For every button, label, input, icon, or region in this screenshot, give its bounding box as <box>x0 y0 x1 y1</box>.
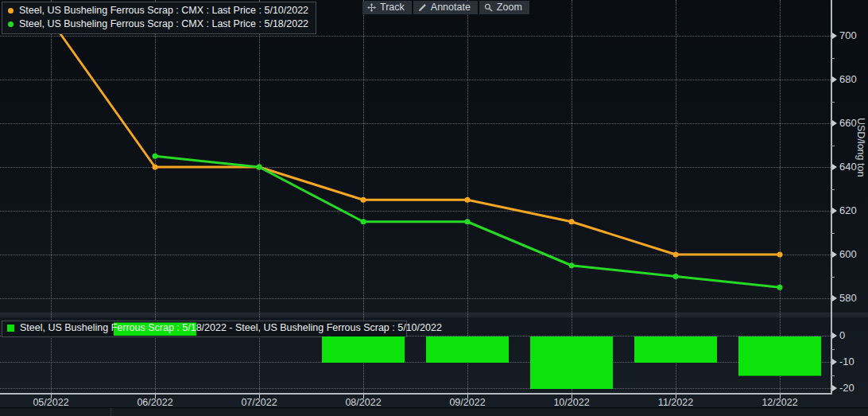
x-tick-label: 12/2022 <box>761 397 797 408</box>
y-minor-tick <box>831 277 835 278</box>
annotate-pencil-icon <box>418 3 427 12</box>
x-tick-label: 11/2022 <box>658 397 693 408</box>
y-tick-label: 640 <box>839 161 857 173</box>
y-tick-label: 0 <box>839 329 845 341</box>
x-axis-line <box>0 393 832 395</box>
track-button[interactable]: Track <box>362 1 412 14</box>
zoom-button[interactable]: Zoom <box>479 1 529 14</box>
h-gridline <box>0 123 831 124</box>
y-minor-tick <box>831 233 835 234</box>
x-tick-label: 06/2022 <box>137 397 172 408</box>
legend-item-label: Steel, US Busheling Ferrous Scrap : CMX … <box>19 4 308 17</box>
legend-bottom-item[interactable]: Steel, US Busheling Ferrous Scrap : 5/18… <box>7 322 442 333</box>
y-tick-arrow-icon <box>832 120 837 126</box>
chart-window: USD/long ton 7006806606406206005800-10-2… <box>0 0 868 416</box>
h-gridline <box>0 36 831 37</box>
y-tick-label: 580 <box>839 292 857 304</box>
y-tick-arrow-icon <box>832 33 837 39</box>
y-tick-label: 700 <box>839 29 857 41</box>
y-axis-unit-label: USD/long ton <box>855 118 866 177</box>
y-tick-arrow-icon <box>832 295 837 301</box>
y-tick-label: 660 <box>839 117 857 129</box>
legend-top-box: Steel, US Busheling Ferrous Scrap : CMX … <box>2 2 316 34</box>
chart-toolbar: Track Annotate Zoom <box>362 1 529 14</box>
y-tick-label: 620 <box>839 204 857 216</box>
y-tick-arrow-icon <box>832 359 837 365</box>
y-tick-arrow-icon <box>832 208 837 214</box>
y-tick-arrow-icon <box>832 76 837 83</box>
x-tick-label: 05/2022 <box>33 397 68 408</box>
annotate-button-label: Annotate <box>431 2 471 13</box>
legend-item[interactable]: Steel, US Busheling Ferrous Scrap : CMX … <box>8 4 308 17</box>
legend-bottom-label: Steel, US Busheling Ferrous Scrap : 5/18… <box>20 322 442 333</box>
v-gridline <box>467 0 468 393</box>
y-minor-tick <box>831 375 835 376</box>
y-tick-label: -10 <box>839 356 854 367</box>
y-tick-arrow-icon <box>832 332 837 339</box>
legend-item[interactable]: Steel, US Busheling Ferrous Scrap : CMX … <box>8 17 308 31</box>
y-tick-label: 600 <box>839 248 857 260</box>
y-tick-arrow-icon <box>832 164 837 170</box>
y-tick-label: -20 <box>839 382 854 394</box>
v-gridline <box>780 0 781 393</box>
panel-splitter[interactable] <box>0 313 868 317</box>
h-gridline <box>0 211 831 212</box>
y-minor-tick <box>831 189 835 190</box>
x-tick-label: 09/2022 <box>449 397 485 408</box>
x-tick-label: 07/2022 <box>241 397 277 408</box>
h-gridline <box>0 167 831 168</box>
v-gridline <box>572 0 572 393</box>
x-tick-label: 10/2022 <box>553 397 589 408</box>
y-tick-label: 680 <box>839 73 857 85</box>
h-gridline <box>0 388 831 389</box>
status-bar-divider <box>110 408 111 416</box>
y-minor-tick <box>831 349 835 350</box>
track-move-icon <box>367 3 376 12</box>
y-minor-tick <box>831 146 835 146</box>
annotate-button[interactable]: Annotate <box>413 1 478 14</box>
h-gridline <box>0 298 831 299</box>
h-gridline <box>0 80 831 80</box>
track-button-label: Track <box>380 2 405 13</box>
green-series-dot-icon <box>8 21 14 27</box>
y-minor-tick <box>831 58 835 59</box>
legend-item-label: Steel, US Busheling Ferrous Scrap : CMX … <box>19 17 308 31</box>
orange-series-dot-icon <box>8 8 14 14</box>
zoom-magnifier-icon <box>484 3 493 12</box>
h-gridline <box>0 362 831 363</box>
h-gridline <box>0 255 831 255</box>
diff-series-square-icon <box>7 325 14 332</box>
v-gridline <box>676 0 676 393</box>
price-line-5-10-2022 <box>51 21 780 255</box>
zoom-button-label: Zoom <box>497 2 522 13</box>
y-tick-arrow-icon <box>832 251 837 258</box>
status-bar <box>0 407 868 416</box>
y-minor-tick <box>831 102 835 103</box>
y-tick-arrow-icon <box>832 385 837 391</box>
x-tick-label: 08/2022 <box>345 397 381 408</box>
